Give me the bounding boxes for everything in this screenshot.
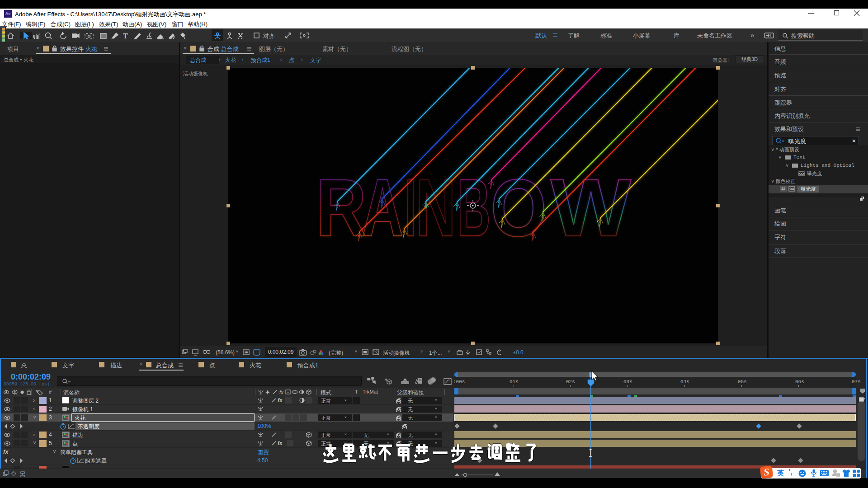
svg-text:B: B bbox=[457, 162, 491, 253]
svg-text:W: W bbox=[551, 162, 631, 253]
svg-text:T: T bbox=[123, 32, 128, 39]
svg-text:21: 21 bbox=[837, 474, 840, 477]
svg-text:fx: fx bbox=[279, 389, 283, 395]
svg-text:R: R bbox=[316, 162, 367, 253]
svg-text:O: O bbox=[491, 162, 547, 253]
